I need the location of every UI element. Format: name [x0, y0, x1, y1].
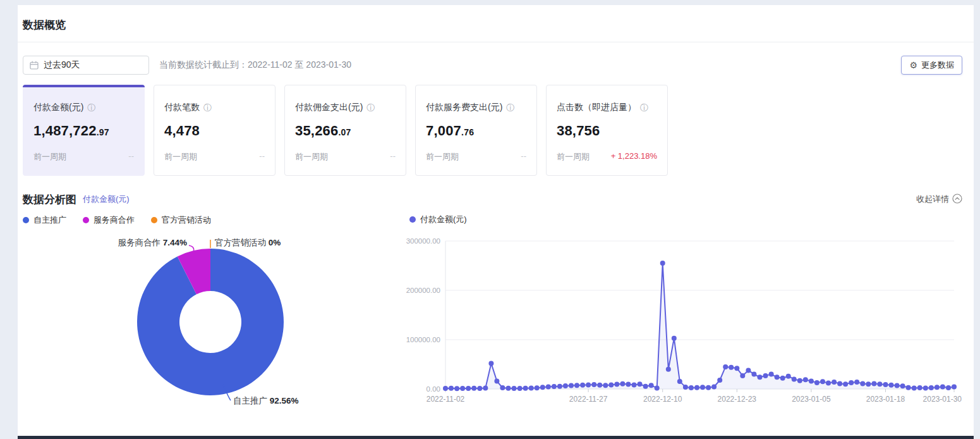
data-point[interactable]: [466, 386, 471, 391]
data-point[interactable]: [814, 380, 820, 385]
data-point[interactable]: [626, 382, 631, 387]
data-point[interactable]: [655, 385, 660, 390]
data-point[interactable]: [734, 366, 739, 371]
data-point[interactable]: [500, 385, 505, 390]
legend-item-self-promo[interactable]: 自主推广: [23, 214, 66, 226]
data-point[interactable]: [660, 261, 665, 266]
data-point[interactable]: [649, 383, 654, 388]
data-point[interactable]: [751, 372, 756, 377]
data-point[interactable]: [546, 385, 551, 390]
data-point[interactable]: [803, 377, 808, 382]
data-point[interactable]: [746, 368, 751, 373]
data-point[interactable]: [506, 386, 511, 391]
data-point[interactable]: [638, 381, 643, 386]
data-point[interactable]: [694, 385, 699, 390]
data-point[interactable]: [632, 382, 637, 387]
more-data-button[interactable]: ⚙ 更多数据: [901, 56, 962, 75]
data-point[interactable]: [706, 385, 711, 390]
data-point[interactable]: [717, 378, 722, 383]
stat-card-clicks[interactable]: 点击数（即进店量）ⓘ 38,756 前一周期+ 1,223.18%: [546, 85, 668, 176]
data-point[interactable]: [946, 385, 951, 390]
legend-item-service-provider[interactable]: 服务商合作: [83, 214, 135, 226]
data-point[interactable]: [723, 364, 728, 369]
data-point[interactable]: [591, 382, 596, 387]
data-point[interactable]: [854, 380, 859, 385]
data-point[interactable]: [483, 385, 488, 390]
data-point[interactable]: [797, 378, 802, 383]
data-point[interactable]: [597, 383, 602, 388]
metric-link[interactable]: 付款金额(元): [83, 194, 130, 205]
data-point[interactable]: [586, 382, 591, 387]
data-point[interactable]: [769, 372, 774, 377]
data-point[interactable]: [460, 386, 465, 391]
info-icon[interactable]: ⓘ: [640, 104, 648, 112]
data-point[interactable]: [603, 383, 608, 388]
data-point[interactable]: [900, 383, 905, 388]
data-point[interactable]: [837, 381, 842, 386]
data-point[interactable]: [471, 386, 476, 391]
data-point[interactable]: [477, 386, 482, 391]
data-point[interactable]: [940, 385, 945, 390]
data-point[interactable]: [792, 376, 797, 381]
donut-chart[interactable]: 服务商合作 7.44%官方营销活动 0%自主推广 92.56%: [18, 228, 403, 426]
data-point[interactable]: [552, 384, 557, 389]
data-point[interactable]: [883, 382, 888, 387]
data-point[interactable]: [809, 379, 814, 384]
data-point[interactable]: [763, 373, 768, 378]
data-point[interactable]: [952, 385, 957, 390]
data-point[interactable]: [494, 379, 499, 384]
data-point[interactable]: [529, 386, 534, 391]
data-point[interactable]: [923, 385, 928, 390]
info-icon[interactable]: ⓘ: [506, 104, 514, 112]
collapse-details-button[interactable]: 收起详情: [916, 194, 962, 206]
legend-item-official-marketing[interactable]: 官方营销活动: [151, 214, 211, 226]
data-point[interactable]: [677, 379, 682, 384]
data-point[interactable]: [912, 385, 917, 390]
data-point[interactable]: [614, 382, 619, 387]
data-point[interactable]: [449, 386, 454, 391]
data-point[interactable]: [540, 385, 545, 390]
data-point[interactable]: [523, 386, 528, 391]
data-point[interactable]: [832, 380, 837, 385]
data-point[interactable]: [917, 385, 923, 390]
data-point[interactable]: [929, 385, 934, 390]
data-point[interactable]: [517, 386, 523, 391]
data-point[interactable]: [689, 385, 694, 390]
data-point[interactable]: [889, 383, 894, 388]
data-point[interactable]: [895, 383, 900, 388]
data-point[interactable]: [849, 380, 854, 385]
data-point[interactable]: [826, 381, 831, 386]
stat-card-payment-count[interactable]: 付款笔数ⓘ 4,478 前一周期--: [154, 85, 275, 176]
line-chart[interactable]: 0.00100000.00200000.00300000.002022-11-0…: [405, 228, 967, 413]
data-point[interactable]: [758, 374, 763, 380]
data-point[interactable]: [580, 383, 585, 388]
data-point[interactable]: [877, 381, 882, 386]
data-point[interactable]: [512, 386, 517, 391]
data-point[interactable]: [906, 385, 911, 390]
data-point[interactable]: [700, 385, 705, 390]
info-icon[interactable]: ⓘ: [366, 104, 375, 112]
info-icon[interactable]: ⓘ: [87, 104, 95, 112]
data-point[interactable]: [563, 383, 568, 388]
data-point[interactable]: [729, 365, 734, 370]
data-point[interactable]: [443, 386, 448, 391]
data-point[interactable]: [488, 361, 493, 366]
data-point[interactable]: [860, 381, 865, 386]
data-point[interactable]: [866, 381, 871, 386]
data-point[interactable]: [820, 379, 825, 384]
data-point[interactable]: [569, 383, 574, 388]
data-point[interactable]: [740, 373, 745, 378]
data-point[interactable]: [574, 383, 579, 388]
info-icon[interactable]: ⓘ: [203, 104, 212, 112]
data-point[interactable]: [454, 386, 459, 391]
data-point[interactable]: [711, 385, 717, 390]
data-point[interactable]: [535, 385, 540, 390]
data-point[interactable]: [557, 384, 562, 389]
data-point[interactable]: [843, 381, 848, 386]
data-point[interactable]: [775, 374, 780, 380]
stat-card-service-fee-spend[interactable]: 付款服务费支出(元)ⓘ 7,007.76 前一周期--: [415, 85, 537, 176]
data-point[interactable]: [935, 385, 940, 390]
data-point[interactable]: [780, 376, 785, 381]
data-point[interactable]: [620, 381, 625, 386]
data-point[interactable]: [672, 336, 677, 341]
